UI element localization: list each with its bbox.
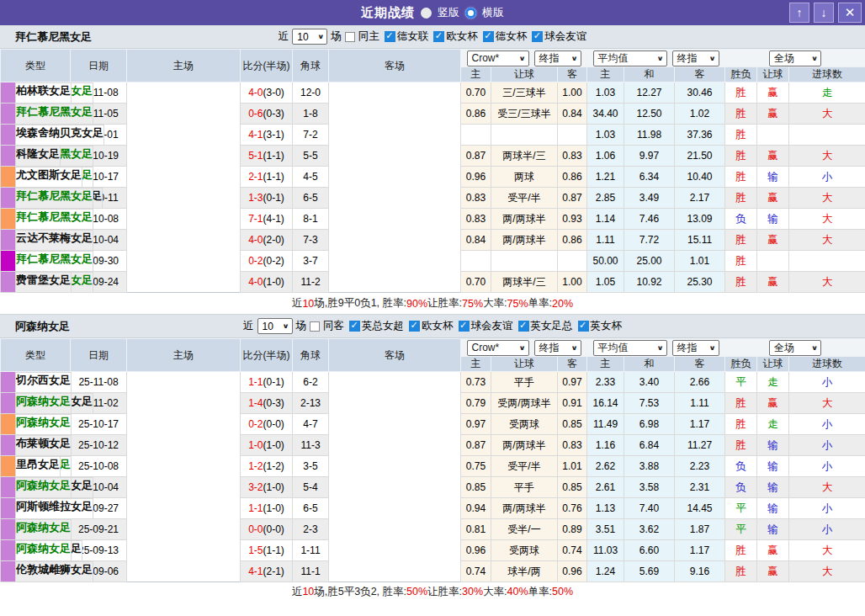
handicap-away-odds: 1.01 (558, 456, 587, 477)
score-cell: 1-1(1-0) (241, 498, 293, 519)
handicap-away-odds: 0.74 (558, 540, 587, 561)
goals-outcome: 大 (789, 146, 865, 167)
result-outcome: 胜 (725, 230, 757, 251)
handicap-home-odds: 0.79 (461, 393, 491, 414)
handicap-home-odds: 0.70 (461, 82, 491, 104)
avg-home-odds: 11.03 (587, 540, 624, 561)
league-checkbox[interactable] (385, 31, 395, 42)
avg-home-odds: 1.24 (587, 561, 624, 582)
handicap-outcome: 输 (757, 477, 789, 498)
goals-outcome: 大 (789, 393, 865, 414)
league-checkbox[interactable] (483, 31, 494, 42)
bookmaker-select[interactable]: Crow*∨ (467, 50, 529, 66)
avg-home-odds: 1.03 (587, 82, 624, 104)
score-cell: 4-0(3-0) (241, 82, 293, 104)
result-outcome: 负 (725, 456, 757, 477)
goals-outcome: 小 (789, 167, 865, 188)
league-checkbox[interactable] (459, 321, 470, 332)
final-odds-select-2[interactable]: 终指∨ (672, 50, 719, 66)
match-row: 德女联25-11-08拜仁慕尼黑女足4-0(3-0)12-0柏林联女足0.70三… (1, 82, 865, 104)
games-count-value: 10 (263, 321, 273, 332)
league-checkbox[interactable] (578, 321, 589, 332)
avg-away-odds: 21.50 (675, 146, 725, 167)
avg-draw-odds: 3.62 (624, 519, 675, 540)
close-button[interactable]: ✕ (838, 3, 862, 23)
handicap-outcome: 赢 (757, 540, 789, 561)
average-select[interactable]: 平均值∨ (593, 50, 667, 66)
games-label: 场 (296, 319, 307, 333)
final-odds-select-2[interactable]: 终指∨ (672, 340, 719, 356)
final-odds-select[interactable]: 终指∨ (534, 340, 581, 356)
league-checkbox[interactable] (433, 31, 444, 42)
away-team: 云达不莱梅女足 (15, 230, 93, 251)
handicap-line: 两球半/三 (491, 146, 558, 167)
result-outcome: 胜 (725, 82, 757, 104)
handicap-home-odds: 0.87 (461, 435, 491, 456)
match-row: 德女杯25-09-30多特蒙德女足0-2(0-2)3-7拜仁慕尼黑女足50.00… (1, 251, 865, 272)
league-label: 英女足总 (531, 319, 573, 333)
col-header-goals: 进球数 (789, 67, 865, 82)
move-up-button[interactable]: ↑ (789, 3, 809, 23)
handicap-select-group: Crow*∨ 终指∨ (461, 339, 587, 357)
avg-away-odds: 1.17 (675, 540, 725, 561)
horizontal-radio-label: 横版 (482, 5, 504, 20)
handicap-away-odds: 0.89 (558, 519, 587, 540)
match-row: 欧女杯25-10-17拜仁慕尼黑女足2-1(1-1)4-5尤文图斯女足0.96两… (1, 167, 865, 188)
bookmaker-select[interactable]: Crow*∨ (467, 340, 529, 356)
handicap-home-odds: 0.85 (461, 477, 491, 498)
score-cell: 1-2(1-2) (241, 456, 293, 477)
chevron-down-icon: ∨ (570, 55, 577, 62)
handicap-home-odds: 0.96 (461, 540, 491, 561)
result-outcome: 胜 (725, 167, 757, 188)
up-arrow-icon: ↑ (797, 6, 803, 19)
avg-home-odds: 50.00 (587, 251, 624, 272)
avg-draw-odds: 12.27 (624, 82, 675, 104)
horizontal-layout-radio[interactable] (465, 8, 476, 19)
handicap-home-odds (461, 125, 491, 146)
handicap-outcome: 输 (757, 519, 789, 540)
summary-text: 大率: (483, 296, 507, 311)
league-checkbox[interactable] (518, 321, 529, 332)
league-checkbox[interactable] (532, 31, 543, 42)
goals-outcome: 走 (789, 82, 865, 104)
average-select[interactable]: 平均值∨ (593, 340, 667, 356)
avg-away-odds: 2.23 (675, 456, 725, 477)
summary-stat-value: 50% (552, 586, 573, 597)
handicap-line: 两/两球半 (491, 230, 558, 251)
scope-select[interactable]: 全场∨ (769, 340, 821, 356)
move-down-button[interactable]: ↓ (814, 3, 834, 23)
match-row: 德女联25-11-05纽伦堡女足0-6(0-3)1-8拜仁慕尼黑女足0.86受三… (1, 104, 865, 125)
bookmaker-select-value: Crow* (472, 342, 500, 353)
corner-score: 11-2 (293, 272, 329, 293)
score-cell: 0-2(0-2) (241, 251, 293, 272)
handicap-away-odds: 1.00 (558, 272, 587, 293)
result-outcome: 胜 (725, 272, 757, 293)
result-outcome: 胜 (725, 251, 757, 272)
score-cell: 4-1(3-1) (241, 125, 293, 146)
final-odds-select-2-value: 终指 (677, 341, 698, 355)
avg-away-odds: 1.17 (675, 414, 725, 435)
final-odds-select[interactable]: 终指∨ (534, 50, 581, 66)
chevron-down-icon: ∨ (518, 55, 525, 62)
avg-home-odds: 3.51 (587, 519, 624, 540)
league-label: 欧女杯 (422, 319, 454, 333)
corner-score: 1-8 (293, 104, 329, 125)
avg-home-odds: 34.40 (587, 104, 624, 125)
games-count-select[interactable]: 10 ∨ (292, 29, 327, 45)
col-header-corner: 角球 (293, 339, 329, 372)
league-checkbox[interactable] (409, 321, 420, 332)
same-venue-checkbox[interactable] (345, 32, 355, 42)
handicap-outcome (757, 251, 789, 272)
games-count-select[interactable]: 10 ∨ (257, 318, 293, 334)
vertical-layout-radio[interactable] (421, 8, 432, 19)
titlebar: 近期战绩 竖版 横版 ↑ ↓ ✕ (0, 0, 865, 25)
avg-home-odds: 1.03 (587, 125, 624, 146)
scope-select-group: 全场∨ (725, 339, 865, 357)
handicap-outcome: 走 (757, 414, 789, 435)
scope-select[interactable]: 全场∨ (769, 50, 821, 66)
same-venue-checkbox[interactable] (310, 321, 320, 332)
avg-draw-odds: 3.49 (624, 188, 675, 209)
league-checkbox[interactable] (349, 321, 360, 332)
handicap-outcome: 赢 (757, 146, 789, 167)
handicap-away-odds: 0.85 (558, 414, 587, 435)
